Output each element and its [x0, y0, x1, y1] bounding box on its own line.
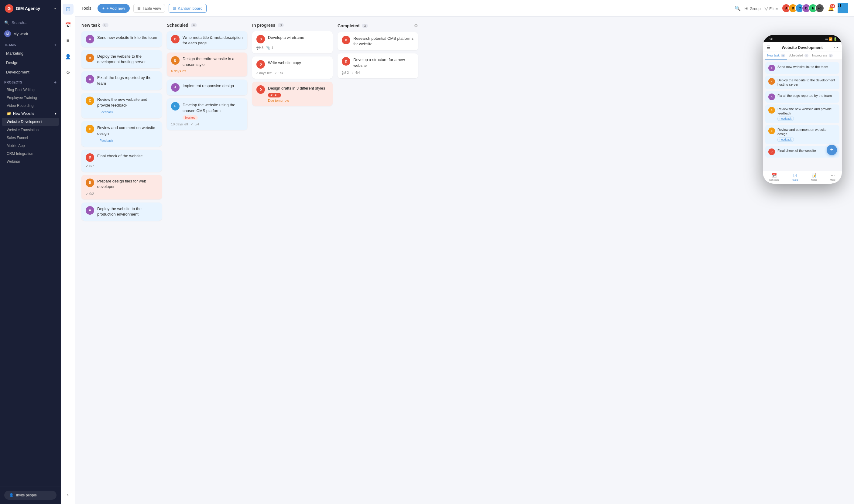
card-develop-cms[interactable]: E Develop the website using the chosen C… — [167, 98, 247, 130]
card-deploy-production[interactable]: A Deploy the website to the production e… — [82, 202, 162, 221]
user-avatar[interactable]: U — [838, 3, 848, 13]
filter-button[interactable]: ▽ Filter — [764, 5, 778, 11]
sidebar-project-sales-funnel[interactable]: Sales Funnel — [0, 134, 61, 142]
settings-icon-btn[interactable]: ⚙ — [63, 67, 73, 78]
card-deploy-dev[interactable]: B Deploy the website to the development … — [82, 50, 162, 68]
phone-tab-new-task[interactable]: New task 8 — [765, 52, 787, 59]
add-new-button[interactable]: + + Add new — [98, 4, 130, 13]
phone-card-avatar: C — [768, 107, 775, 113]
sidebar-project-mobile-app[interactable]: Mobile App — [0, 142, 61, 150]
phone-feedback-tag: Feedback — [778, 116, 794, 121]
plus-icon: + — [102, 6, 105, 11]
phone-tab-scheduled[interactable]: Scheduled 4 — [787, 52, 810, 59]
kanban-board-button[interactable]: ⊟ Kanban board — [169, 4, 207, 13]
folder-icon: 📁 — [7, 111, 11, 116]
notes-icon: 📝 — [812, 173, 817, 178]
card-avatar: C — [86, 125, 94, 133]
card-develop-wireframe[interactable]: D Develop a wireframe 💬 3 📎 1 — [252, 31, 333, 53]
column-title-scheduled: Scheduled — [167, 23, 188, 28]
phone-card-review-comment[interactable]: C Review and comment on website design F… — [765, 125, 839, 144]
card-prepare-design-files[interactable]: B Prepare design files for web developer… — [82, 175, 162, 199]
sidebar-item-marketing[interactable]: Marketing — [2, 49, 59, 58]
phone-tabs: New task 8 Scheduled 4 In progress 3 — [763, 52, 842, 60]
teams-section-header: Teams + — [0, 39, 61, 49]
card-develop-structure[interactable]: D Develop a structure for a new website … — [337, 53, 418, 78]
phone-card-review-feedback[interactable]: C Review the new website and provide fee… — [765, 105, 839, 124]
phone-card-send-link[interactable]: A Send new website link to the team — [765, 62, 839, 74]
card-fix-bugs[interactable]: A Fix all the bugs reported by the team — [82, 71, 162, 90]
phone-card-text: Fix all the bugs reported by the team — [778, 93, 836, 98]
sidebar-project-website-translation[interactable]: Website Translation — [0, 126, 61, 134]
search-button[interactable]: 🔍 — [735, 5, 741, 11]
expand-icon-btn[interactable]: › — [63, 489, 73, 500]
phone-card-avatar: A — [768, 65, 775, 71]
phone-add-button[interactable]: + — [827, 145, 837, 155]
card-meta-description[interactable]: D Write meta title & meta description fo… — [167, 31, 247, 50]
column-header-in-progress: In progress 3 — [252, 23, 333, 28]
card-text: Prepare design files for web developer — [97, 179, 158, 190]
phone-status-bar: 9:41 ▪▪▪ 📶 🔋 — [763, 35, 842, 42]
column-settings-icon[interactable]: ⚙ — [414, 23, 418, 29]
sidebar-project-video-recording[interactable]: Video Recording — [0, 102, 61, 110]
card-responsive-design[interactable]: A Implement responsive design — [167, 79, 247, 95]
column-title-new-task: New task — [82, 23, 100, 28]
card-review-comment[interactable]: C Review and comment on website design F… — [82, 121, 162, 146]
table-view-button[interactable]: ⊞ Table view — [133, 4, 165, 13]
invite-people-button[interactable]: 👤 Invite people — [4, 491, 56, 500]
sidebar-project-crm-integration[interactable]: CRM Integration — [0, 150, 61, 158]
table-icon: ⊞ — [137, 6, 141, 11]
card-write-copy[interactable]: D Write website copy 3 days left ✓ 1/3 — [252, 56, 333, 79]
search-bar[interactable]: 🔍 Search... — [0, 17, 61, 28]
card-review-provide-feedback[interactable]: C Review the new website and provide fee… — [82, 93, 162, 118]
card-meta: 10 days left ✓ 0/4 — [171, 122, 243, 126]
projects-label: Projects — [4, 80, 22, 84]
phone-fab-area: + — [763, 160, 842, 171]
my-work-item[interactable]: M My work — [0, 28, 61, 39]
phone-nav-more[interactable]: ⋯ More — [830, 173, 835, 181]
app-logo: G — [5, 4, 13, 13]
tasks-icon-btn[interactable]: ☑ — [63, 4, 73, 15]
list-icon-btn[interactable]: ≡ — [63, 35, 73, 46]
notifications-button[interactable]: 🔔 14 — [828, 5, 834, 11]
phone-nav-tasks[interactable]: ☑ Tasks — [792, 173, 798, 181]
user-icon-btn[interactable]: 👤 — [63, 51, 73, 62]
sidebar-project-new-website[interactable]: 📁 New Website ▾ — [0, 110, 61, 118]
card-design-drafts[interactable]: D Design drafts in 3 different styles AS… — [252, 82, 333, 106]
sidebar-item-label: Development — [6, 70, 30, 74]
card-research-cms[interactable]: D Research potential CMS platforms for w… — [337, 32, 418, 50]
group-button[interactable]: ⊞ Group — [744, 5, 761, 11]
phone-nav-notes[interactable]: 📝 Notes — [811, 173, 817, 181]
phone-card-fix-bugs[interactable]: A Fix all the bugs reported by the team — [765, 91, 839, 103]
sidebar-item-design[interactable]: Design — [2, 58, 59, 67]
phone-card-text: Deploy the website to the development ho… — [778, 78, 836, 87]
card-avatar: E — [171, 102, 179, 110]
calendar-icon-btn[interactable]: 📅 — [63, 19, 73, 30]
card-avatar: D — [342, 57, 350, 66]
card-send-new-website-link[interactable]: A Send new website link to the team — [82, 31, 162, 47]
add-team-button[interactable]: + — [54, 42, 56, 47]
search-placeholder: Search... — [12, 20, 27, 25]
phone-card-avatar: C — [768, 127, 775, 134]
card-avatar: D — [342, 36, 350, 44]
card-text: Write meta title & meta description for … — [182, 35, 243, 46]
card-meta: 💬 3 📎 1 — [257, 46, 328, 50]
card-design-website[interactable]: B Design the entire website in a chosen … — [167, 53, 247, 76]
card-text: Review and comment on website design — [97, 125, 155, 136]
card-final-check[interactable]: D Final check of the website ✓ 0/7 — [82, 150, 162, 172]
sidebar-item-development[interactable]: Development — [2, 68, 59, 76]
asap-tag: ASAP — [268, 93, 281, 97]
sidebar-project-employee-training[interactable]: Employee Training — [0, 94, 61, 102]
sidebar-header[interactable]: G GIM Agency ▾ — [0, 0, 61, 17]
phone-tab-in-progress[interactable]: In progress 3 — [810, 52, 835, 59]
sidebar-project-website-development[interactable]: Website Development — [2, 118, 59, 126]
phone-card-deploy-dev[interactable]: B Deploy the website to the development … — [765, 76, 839, 89]
card-meta: ✓ 0/2 — [86, 192, 158, 196]
sidebar-project-webinar[interactable]: Webinar — [0, 158, 61, 165]
avatar-group: A B C D E +3 — [782, 4, 824, 13]
card-text: Review the new website and provide feedb… — [97, 97, 147, 107]
phone-card-avatar: D — [768, 148, 775, 155]
phone-nav-schedule[interactable]: 📅 Schedule — [769, 173, 779, 181]
add-project-button[interactable]: + — [54, 80, 56, 85]
sidebar-project-blog-post-writing[interactable]: Blog Post Writing — [0, 86, 61, 94]
phone-screen: ☰ Website Development ⋯ New task 8 Sched… — [763, 42, 842, 184]
